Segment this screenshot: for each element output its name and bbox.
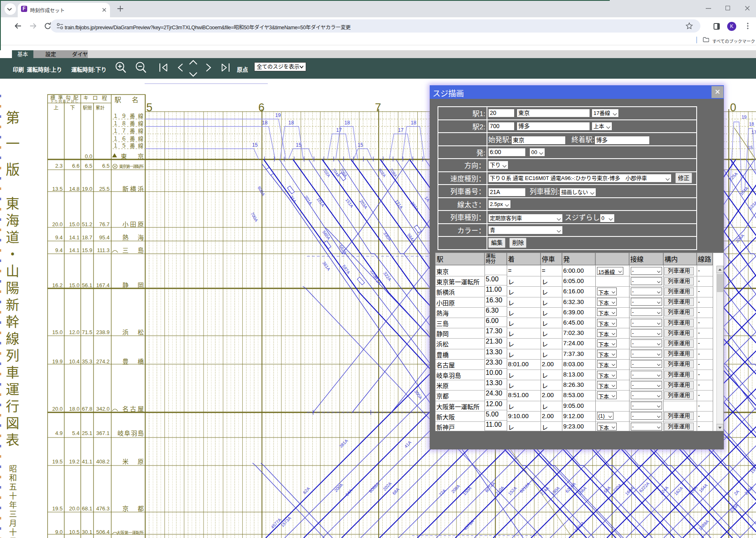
svg-text:208A: 208A (450, 483, 461, 494)
svg-text:95.4: 95.4 (99, 234, 110, 241)
svg-text:18: 18 (288, 120, 294, 126)
svg-text:200A: 200A (333, 482, 344, 493)
svg-text:361A: 361A (321, 260, 331, 271)
svg-text:207A: 207A (410, 201, 419, 212)
svg-text:15.0: 15.0 (52, 329, 63, 335)
svg-text:4.9: 4.9 (55, 430, 63, 436)
svg-text:6216A: 6216A (564, 481, 577, 494)
svg-text:68A: 68A (391, 487, 400, 496)
svg-text:30.1: 30.1 (82, 529, 92, 535)
svg-text:19.9: 19.9 (52, 358, 63, 365)
svg-text:東 京: 東 京 (121, 153, 144, 160)
svg-text:76.7: 76.7 (99, 221, 110, 227)
svg-text:220A: 220A (612, 482, 623, 493)
svg-text:202A: 202A (382, 481, 393, 491)
svg-text:静 岡: 静 岡 (122, 282, 144, 289)
svg-text:岐阜羽島: 岐阜羽島 (117, 430, 144, 437)
svg-text:名古屋: 名古屋 (122, 405, 144, 412)
svg-text:35.3: 35.3 (82, 358, 92, 365)
svg-text:330A: 330A (382, 231, 392, 242)
svg-text:19: 19 (742, 115, 747, 119)
svg-text:18: 18 (749, 122, 754, 126)
svg-text:大阪第一運転所: 大阪第一運転所 (117, 530, 144, 535)
svg-text:72A: 72A (438, 488, 447, 497)
svg-text:20.0: 20.0 (52, 406, 63, 412)
svg-text:68.1: 68.1 (82, 505, 92, 512)
svg-text:408.2: 408.2 (96, 458, 110, 465)
svg-text:17: 17 (398, 127, 404, 133)
svg-text:41A: 41A (403, 440, 412, 449)
svg-text:17: 17 (751, 130, 756, 135)
svg-text:224A: 224A (659, 485, 669, 496)
svg-text:累計: 累計 (96, 105, 105, 110)
svg-text:12.0: 12.0 (69, 329, 80, 335)
svg-text:121A: 121A (394, 199, 404, 210)
svg-text:2.3: 2.3 (55, 163, 63, 169)
svg-text:19.5: 19.5 (52, 458, 63, 465)
svg-text:151A: 151A (344, 197, 354, 208)
svg-text:熱 海: 熱 海 (122, 234, 144, 241)
svg-text:20.0: 20.0 (69, 505, 80, 512)
svg-text:25.1: 25.1 (82, 430, 92, 436)
svg-text:41.1: 41.1 (82, 458, 92, 465)
svg-text:15.0: 15.0 (69, 221, 80, 227)
svg-text:10.5: 10.5 (69, 529, 80, 535)
svg-text:17: 17 (336, 127, 342, 133)
svg-text:5.4: 5.4 (72, 430, 80, 436)
svg-text:京 都: 京 都 (122, 505, 144, 512)
svg-text:15: 15 (358, 142, 363, 148)
svg-text:１５番線: １５番線 (113, 143, 143, 149)
svg-text:新横浜: 新横浜 (122, 185, 144, 192)
svg-text:633A: 633A (748, 200, 756, 211)
svg-text:67.8: 67.8 (82, 406, 92, 412)
svg-text:150A: 150A (462, 485, 473, 496)
svg-text:104A: 104A (739, 185, 749, 196)
svg-text:１８番線: １８番線 (113, 120, 143, 126)
svg-text:18.0: 18.0 (69, 406, 80, 412)
svg-text:米 原: 米 原 (122, 458, 144, 465)
svg-text:14.8: 14.8 (69, 186, 80, 192)
svg-text:152A: 152A (507, 485, 518, 496)
svg-text:駅名: 駅名 (115, 96, 138, 103)
svg-text:201A: 201A (303, 194, 313, 206)
svg-text:71.5: 71.5 (82, 329, 92, 335)
svg-text:豊 橋: 豊 橋 (122, 358, 144, 365)
svg-text:56.1: 56.1 (82, 282, 92, 288)
svg-text:9.0: 9.0 (55, 529, 63, 535)
svg-text:下: 下 (70, 105, 75, 111)
svg-text:18: 18 (262, 120, 268, 126)
svg-text:15: 15 (748, 145, 753, 150)
svg-text:浜 松: 浜 松 (122, 329, 144, 336)
svg-text:10.4: 10.4 (69, 358, 80, 365)
svg-text:274.2: 274.2 (96, 358, 110, 365)
svg-text:19: 19 (275, 112, 281, 118)
svg-text:2A: 2A (733, 489, 740, 496)
svg-text:１７番線: １７番線 (113, 128, 143, 134)
svg-text:キロ程: キロ程 (83, 95, 107, 101)
svg-text:6222A: 6222A (638, 481, 651, 493)
svg-text:111.3: 111.3 (97, 247, 110, 253)
svg-text:15: 15 (296, 142, 302, 148)
svg-text:476.3: 476.3 (96, 505, 110, 512)
svg-text:15.0: 15.0 (69, 282, 80, 288)
svg-text:駅間: 駅間 (83, 105, 92, 110)
svg-text:9.4: 9.4 (55, 247, 63, 253)
svg-text:62A: 62A (302, 486, 311, 495)
svg-text:206A: 206A (735, 233, 745, 243)
svg-text:14.1: 14.1 (69, 247, 80, 253)
svg-text:230A: 230A (744, 485, 754, 496)
svg-text:下り列車に対し: 下り列車に対し (50, 99, 78, 103)
svg-text:25.5: 25.5 (99, 186, 110, 192)
svg-text:506.4: 506.4 (96, 529, 110, 535)
svg-text:19.0: 19.0 (82, 186, 92, 192)
svg-text:１９番線: １９番線 (113, 113, 143, 119)
svg-text:13.5: 13.5 (52, 186, 63, 192)
svg-text:19.2: 19.2 (69, 458, 80, 465)
svg-text:6066A: 6066A (368, 481, 380, 494)
svg-text:東京第一運転所: 東京第一運転所 (119, 164, 144, 169)
svg-text:18.7: 18.7 (82, 234, 92, 241)
svg-text:20.0: 20.0 (52, 221, 63, 227)
svg-text:三 島: 三 島 (122, 247, 144, 254)
svg-text:9.4: 9.4 (55, 234, 63, 241)
svg-text:342.0: 342.0 (96, 406, 110, 412)
